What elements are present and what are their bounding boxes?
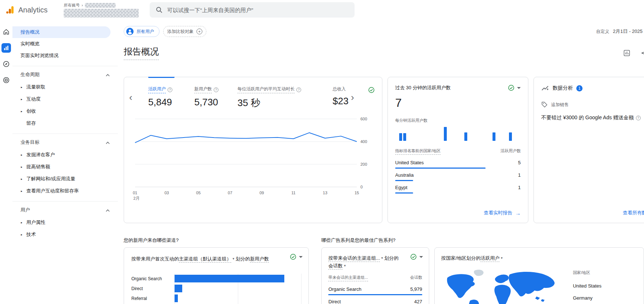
dimension-dropdown[interactable]: 按带来会话的主渠道组...▼ (328, 255, 384, 261)
metric-name: 新用户数 (250, 256, 269, 263)
chevron-up-icon (106, 207, 110, 213)
svg-text:15: 15 (355, 191, 359, 195)
search-bar[interactable] (150, 2, 355, 18)
share-button[interactable] (640, 49, 644, 57)
expand-triangle-icon: ▸ (21, 165, 22, 168)
metric-tab-label: 活跃用户? (148, 86, 194, 93)
nav-explore-button[interactable] (1, 59, 11, 69)
svg-text:11: 11 (291, 191, 295, 195)
session-row-value: 5,979 (410, 286, 422, 292)
sparkline-bar (444, 127, 447, 141)
realtime-country-row-line: United States5 (395, 160, 521, 168)
help-icon: ? (168, 87, 172, 92)
sidebar-item[interactable]: 报告概况 (12, 26, 111, 38)
sidebar-section-header[interactable]: 生命周期 (12, 68, 118, 81)
realtime-country-row-line: Egypt1 (395, 185, 521, 192)
expand-triangle-icon: ▸ (21, 189, 22, 192)
card-title: 按带来会话的主渠道组...▼划分的会话数▼ (328, 254, 422, 270)
sidebar-item-label: 创收 (26, 108, 36, 115)
data-quality-icon (290, 254, 296, 260)
per-minute-label: 每分钟活跃用户数 (395, 118, 521, 123)
session-row-value: 427 (414, 299, 422, 304)
sidebar-item[interactable]: ▸查看用户互动度和留存率 (12, 185, 118, 197)
card-title: 按带来用户首次互动的主渠道组（默认渠道组）▼划分的新用户数 (131, 255, 301, 263)
page-title: 报告概况 (124, 46, 159, 60)
sidebar-item-label: 用户属性 (26, 219, 45, 226)
account-switcher[interactable]: 所有账号 › (64, 3, 139, 18)
breadcrumb: 所有账号 (64, 3, 80, 8)
sidebar-item[interactable]: ▸提高销售额 (12, 161, 118, 173)
users-header: 活跃用户数 (501, 148, 521, 155)
caret-down-icon: ▼ (343, 264, 346, 267)
view-all-insights-link[interactable]: 查看所有数 (623, 210, 644, 216)
chart-card-icon (623, 49, 630, 57)
bar-category-label: Direct (131, 284, 172, 293)
scroll-metrics-left-icon[interactable]: ‹ (129, 93, 132, 102)
sidebar-item[interactable]: ▸创收 (12, 105, 118, 117)
data-quality-icon[interactable] (368, 87, 375, 95)
analytics-logo[interactable]: Analytics (5, 5, 48, 15)
view-realtime-link[interactable]: 查看实时报告 → (484, 210, 521, 216)
card-menu[interactable] (410, 254, 423, 260)
active-users-30min-value: 7 (395, 96, 521, 110)
sidebar-item[interactable]: 实时概览 (12, 38, 111, 50)
svg-text:0: 0 (360, 185, 363, 189)
add-comparison-chip[interactable]: 添加比较对象 + (163, 26, 206, 37)
sidebar-top-list: 报告概况实时概览页面实时浏览情况 (12, 26, 118, 61)
sidebar-item-label: 技术 (26, 231, 36, 238)
chart-card-button[interactable] (623, 49, 631, 57)
search-input[interactable] (167, 7, 349, 13)
sidebar-item[interactable]: ▸用户属性 (12, 216, 118, 228)
expand-triangle-icon: ▸ (21, 109, 22, 113)
nav-home-button[interactable] (1, 27, 11, 37)
expand-triangle-icon: ▸ (21, 233, 22, 236)
metric-tab-label: 总收入 (333, 86, 366, 92)
realtime-country-row: Australia1 (395, 172, 521, 181)
bar (175, 285, 182, 292)
redacted-account-name (85, 3, 116, 8)
metric-tab[interactable]: 新用户数?5,730 (194, 86, 237, 109)
expand-triangle-icon: ▸ (21, 85, 22, 89)
dimension-dropdown[interactable]: 主渠道组（默认渠道组）▼ (179, 256, 236, 262)
realtime-country-row-value: 5 (518, 160, 521, 165)
sidebar-item[interactable]: ▸发掘潜在客户 (12, 149, 118, 161)
metric-tab[interactable]: 活跃用户?5,849 (148, 86, 194, 109)
all-users-chip-label: 所有用户 (136, 29, 154, 35)
scroll-metrics-right-icon[interactable]: › (351, 93, 354, 102)
all-users-chip[interactable]: 所有用户 (124, 26, 160, 37)
caret-down-icon (419, 256, 423, 258)
sidebar-item[interactable]: 页面实时浏览情况 (12, 50, 111, 61)
nav-reports-button[interactable] (1, 43, 11, 53)
sidebar-item[interactable]: ▸技术 (12, 228, 118, 240)
sidebar-item[interactable]: 留存 (12, 117, 118, 129)
sidebar-item[interactable]: ▸互动度 (12, 93, 118, 105)
sidebar-section-title: 业务目标 (20, 139, 40, 146)
metric-tab[interactable]: 总收入$23 (333, 86, 366, 109)
help-icon[interactable]: ? (636, 116, 641, 120)
expand-triangle-icon: ▸ (21, 221, 22, 224)
sidebar-section-header[interactable]: 用户 (12, 204, 118, 216)
card-title: 按国家/地区划分的活跃用户▼ (441, 254, 637, 262)
sidebar-item[interactable]: ▸流量获取 (12, 81, 118, 93)
sessions-col-header: 会话数 (410, 275, 422, 281)
sparkline-bar (403, 133, 406, 141)
bar-category-label: Organic Search (131, 274, 172, 284)
sidebar-section-header[interactable]: 业务目标 (12, 136, 118, 149)
card-menu[interactable] (290, 254, 303, 260)
realtime-country-row-bar (395, 192, 413, 194)
insight-message[interactable]: 不要错过 ¥3000 的 Google Ads 赠送金额 ? (541, 115, 644, 121)
metric-dropdown[interactable]: 会话数▼ (328, 263, 347, 269)
sidebar-item[interactable]: ▸了解网站和/或应用流量 (12, 173, 118, 185)
nav-advertising-button[interactable] (1, 75, 11, 85)
chevron-up-icon (106, 140, 110, 145)
metric-tab[interactable]: 每位活跃用户的平均互动时长?35 秒 (237, 86, 333, 109)
reports-sidebar: 报告概况实时概览页面实时浏览情况 生命周期▸流量获取▸互动度▸创收留存业务目标▸… (12, 20, 118, 304)
svg-text:03: 03 (164, 191, 169, 195)
date-mode-label: 自定义 (596, 29, 609, 35)
insights-icon (541, 85, 549, 92)
metric-dropdown[interactable]: 活跃用户▼ (480, 255, 504, 261)
help-icon: ? (214, 87, 218, 92)
date-range-picker[interactable]: 自定义 2月1日 - 2025 (596, 28, 644, 35)
realtime-card-menu[interactable] (508, 85, 521, 91)
active-tab-indicator (148, 77, 175, 78)
